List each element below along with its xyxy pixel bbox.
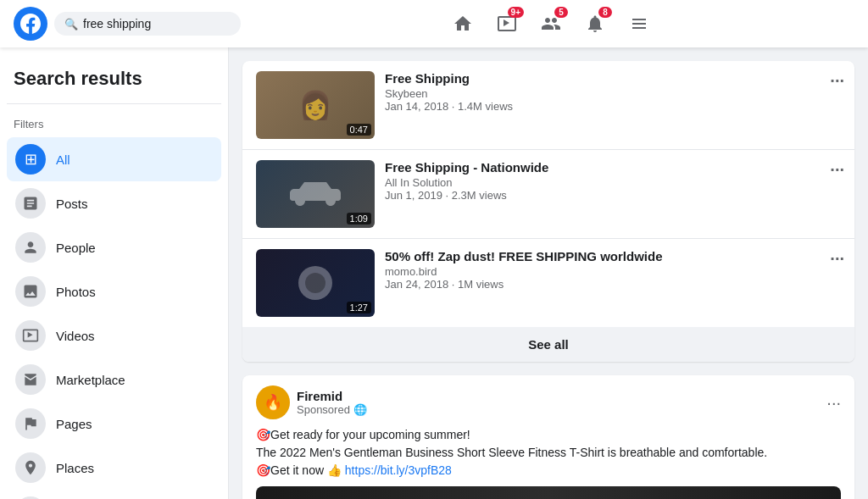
sponsored-post-card: 🔥 Firemid Sponsored 🌐 ··· 🎯Get ready for… bbox=[242, 375, 854, 499]
sidebar-item-photos-label: Photos bbox=[56, 285, 96, 299]
sidebar-item-all[interactable]: ⊞ All bbox=[7, 137, 221, 181]
places-icon bbox=[15, 452, 46, 483]
video-channel-3: momo.bird bbox=[385, 265, 841, 278]
sponsor-text-line3: 🎯Get it now 👍 bbox=[256, 463, 342, 477]
video-results-card: 👩 0:47 Free Shipping Skybeen Jan 14, 201… bbox=[242, 61, 854, 362]
filters-label: Filters bbox=[7, 114, 221, 137]
video-more-button-2[interactable]: ··· bbox=[830, 160, 844, 180]
sidebar-item-marketplace-label: Marketplace bbox=[56, 373, 125, 387]
top-navigation: 🔍 9+ 5 8 bbox=[0, 0, 868, 47]
video-meta-2: Jun 1, 2019 · 2.3M views bbox=[385, 189, 841, 202]
svg-text:🔥: 🔥 bbox=[264, 393, 283, 412]
notifications-nav-button[interactable]: 8 bbox=[575, 3, 615, 44]
svg-point-1 bbox=[305, 273, 326, 293]
photos-icon bbox=[15, 276, 46, 307]
sidebar-title: Search results bbox=[7, 61, 221, 100]
sponsor-image-content: INSIGHT bbox=[256, 486, 841, 499]
sponsor-post-image[interactable]: INSIGHT bbox=[256, 486, 841, 499]
pages-icon bbox=[15, 408, 46, 439]
video-more-button-3[interactable]: ··· bbox=[830, 249, 844, 269]
sidebar-item-people[interactable]: People bbox=[7, 225, 221, 269]
sponsor-link[interactable]: https://bit.ly/3vpfB28 bbox=[345, 463, 452, 477]
sponsor-details: Firemid Sponsored 🌐 bbox=[297, 389, 367, 416]
sponsor-text-line2: The 2022 Men's Gentleman Business Short … bbox=[256, 446, 767, 459]
sidebar-item-people-label: People bbox=[56, 241, 96, 255]
friends-badge: 5 bbox=[554, 7, 568, 18]
sidebar-item-places-label: Places bbox=[56, 461, 94, 475]
video-duration-2: 1:09 bbox=[347, 213, 371, 225]
sidebar-item-videos[interactable]: Videos bbox=[7, 313, 221, 358]
sidebar-item-marketplace[interactable]: Marketplace bbox=[7, 358, 221, 402]
sidebar-item-groups[interactable]: Groups bbox=[7, 490, 221, 499]
sidebar-item-posts-label: Posts bbox=[56, 197, 88, 211]
sidebar-divider bbox=[7, 103, 221, 104]
video-duration-3: 1:27 bbox=[347, 302, 371, 313]
video-result-item: 1:09 Free Shipping - Nationwide All In S… bbox=[242, 150, 854, 239]
video-meta-3: Jan 24, 2018 · 1M views bbox=[385, 278, 841, 291]
page-layout: Search results Filters ⊞ All Posts Peopl… bbox=[0, 47, 868, 499]
video-thumbnail-1[interactable]: 👩 0:47 bbox=[256, 71, 375, 139]
sponsor-sub: Sponsored 🌐 bbox=[297, 403, 367, 416]
video-info-3: 50% off! Zap dust! FREE SHIPPING worldwi… bbox=[385, 249, 841, 291]
people-icon bbox=[15, 232, 46, 263]
sponsored-label: Sponsored bbox=[297, 403, 350, 416]
video-result-item: 1:27 50% off! Zap dust! FREE SHIPPING wo… bbox=[242, 239, 854, 327]
see-all-button[interactable]: See all bbox=[242, 327, 854, 362]
sponsor-more-button[interactable]: ··· bbox=[826, 393, 841, 413]
video-more-button-1[interactable]: ··· bbox=[830, 71, 844, 91]
sponsor-header: 🔥 Firemid Sponsored 🌐 ··· bbox=[256, 385, 841, 419]
sidebar-item-all-label: All bbox=[56, 152, 70, 167]
notifications-badge: 8 bbox=[598, 7, 612, 18]
menu-nav-button[interactable] bbox=[619, 3, 659, 44]
sidebar: Search results Filters ⊞ All Posts Peopl… bbox=[0, 47, 229, 499]
watch-nav-button[interactable]: 9+ bbox=[487, 3, 527, 44]
video-info-2: Free Shipping - Nationwide All In Soluti… bbox=[385, 160, 841, 202]
videos-icon bbox=[15, 320, 46, 351]
privacy-icon: 🌐 bbox=[353, 403, 367, 416]
watch-badge: 9+ bbox=[508, 7, 524, 18]
video-title-3[interactable]: 50% off! Zap dust! FREE SHIPPING worldwi… bbox=[385, 249, 841, 263]
marketplace-icon bbox=[15, 364, 46, 395]
main-content: 👩 0:47 Free Shipping Skybeen Jan 14, 201… bbox=[229, 47, 868, 499]
video-meta-1: Jan 14, 2018 · 1.4M views bbox=[385, 100, 841, 113]
sidebar-item-photos[interactable]: Photos bbox=[7, 269, 221, 313]
home-nav-button[interactable] bbox=[442, 3, 483, 44]
sidebar-item-places[interactable]: Places bbox=[7, 446, 221, 490]
search-input[interactable] bbox=[83, 17, 231, 30]
friends-nav-button[interactable]: 5 bbox=[531, 3, 571, 44]
video-duration-1: 0:47 bbox=[347, 124, 371, 136]
sponsor-post-text: 🎯Get ready for your upcoming summer! The… bbox=[256, 426, 841, 480]
sponsor-text-line1: 🎯Get ready for your upcoming summer! bbox=[256, 428, 470, 441]
video-info-1: Free Shipping Skybeen Jan 14, 2018 · 1.4… bbox=[385, 71, 841, 113]
sponsor-avatar: 🔥 bbox=[256, 385, 290, 419]
video-thumbnail-2[interactable]: 1:09 bbox=[256, 160, 375, 228]
search-icon: 🔍 bbox=[64, 18, 78, 30]
all-icon: ⊞ bbox=[15, 144, 46, 175]
search-bar[interactable]: 🔍 bbox=[54, 12, 241, 36]
video-title-1[interactable]: Free Shipping bbox=[385, 71, 841, 86]
sidebar-item-videos-label: Videos bbox=[56, 329, 95, 343]
posts-icon bbox=[15, 188, 46, 219]
sidebar-item-pages-label: Pages bbox=[56, 417, 92, 431]
sidebar-item-posts[interactable]: Posts bbox=[7, 181, 221, 225]
video-channel-1: Skybeen bbox=[385, 87, 841, 100]
sponsor-name[interactable]: Firemid bbox=[297, 389, 367, 403]
video-title-2[interactable]: Free Shipping - Nationwide bbox=[385, 160, 841, 175]
video-result-item: 👩 0:47 Free Shipping Skybeen Jan 14, 201… bbox=[242, 61, 854, 150]
video-thumbnail-3[interactable]: 1:27 bbox=[256, 249, 375, 317]
nav-center-icons: 9+ 5 8 bbox=[248, 3, 854, 44]
facebook-logo[interactable] bbox=[14, 7, 47, 41]
video-channel-2: All In Solution bbox=[385, 176, 841, 189]
sidebar-item-pages[interactable]: Pages bbox=[7, 402, 221, 446]
